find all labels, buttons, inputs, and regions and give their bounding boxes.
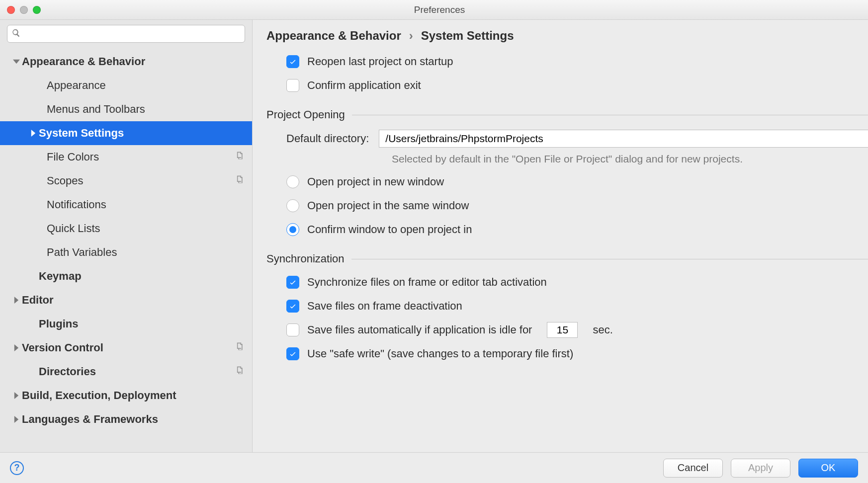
radio-label: Confirm window to open project in bbox=[307, 223, 472, 236]
checkbox-label: Synchronize files on frame or editor tab… bbox=[307, 276, 547, 289]
sidebar-item-label: Notifications bbox=[47, 198, 252, 211]
close-window-button[interactable] bbox=[7, 6, 15, 14]
checkbox-sync-on-activation[interactable]: Synchronize files on frame or editor tab… bbox=[266, 270, 868, 294]
search-icon bbox=[11, 28, 22, 39]
section-synchronization: Synchronization bbox=[266, 252, 868, 265]
sidebar-item-quick-lists[interactable]: Quick Lists bbox=[0, 217, 252, 241]
sidebar-item-system-settings[interactable]: System Settings bbox=[0, 121, 252, 145]
divider bbox=[351, 259, 868, 259]
checkbox-icon bbox=[286, 300, 299, 313]
help-button[interactable]: ? bbox=[10, 461, 24, 475]
sidebar-item-directories[interactable]: Directories bbox=[0, 360, 252, 384]
checkbox-reopen-last-project[interactable]: Reopen last project on startup bbox=[266, 50, 868, 74]
sidebar: Appearance & Behavior Appearance Menus a… bbox=[0, 20, 253, 452]
sidebar-item-editor[interactable]: Editor bbox=[0, 288, 252, 312]
scheme-icon bbox=[234, 341, 244, 354]
chevron-right-icon: › bbox=[409, 29, 413, 43]
sidebar-item-path-variables[interactable]: Path Variables bbox=[0, 241, 252, 264]
sidebar-item-label: Keymap bbox=[39, 270, 252, 283]
sidebar-item-label: Appearance & Behavior bbox=[22, 55, 252, 68]
radio-confirm-window[interactable]: Confirm window to open project in bbox=[266, 218, 868, 242]
checkbox-icon bbox=[286, 79, 299, 92]
sidebar-item-file-colors[interactable]: File Colors bbox=[0, 145, 252, 169]
window-title: Preferences bbox=[41, 4, 838, 15]
sidebar-item-menus-toolbars[interactable]: Menus and Toolbars bbox=[0, 97, 252, 121]
checkbox-label: Reopen last project on startup bbox=[307, 55, 453, 68]
sidebar-item-version-control[interactable]: Version Control bbox=[0, 336, 252, 360]
sidebar-item-label: Scopes bbox=[47, 174, 252, 187]
apply-button[interactable]: Apply bbox=[731, 459, 790, 478]
section-title: Synchronization bbox=[266, 252, 345, 265]
sidebar-item-plugins[interactable]: Plugins bbox=[0, 312, 252, 336]
section-project-opening: Project Opening bbox=[266, 108, 868, 121]
maximize-window-button[interactable] bbox=[33, 6, 41, 14]
radio-open-new-window[interactable]: Open project in new window bbox=[266, 170, 868, 194]
scheme-icon bbox=[234, 365, 244, 378]
ok-button[interactable]: OK bbox=[798, 459, 858, 478]
sidebar-item-label: Plugins bbox=[39, 318, 252, 330]
dialog-footer: ? Cancel Apply OK bbox=[0, 452, 868, 483]
sidebar-item-label: Appearance bbox=[47, 79, 252, 92]
sidebar-item-label: Menus and Toolbars bbox=[47, 103, 252, 116]
checkbox-label: Confirm application exit bbox=[307, 79, 421, 92]
sidebar-item-label: Quick Lists bbox=[47, 222, 252, 235]
chevron-down-icon bbox=[11, 58, 22, 65]
sidebar-item-notifications[interactable]: Notifications bbox=[0, 193, 252, 217]
sidebar-item-languages-frameworks[interactable]: Languages & Frameworks bbox=[0, 407, 252, 431]
checkbox-safe-write[interactable]: Use "safe write" (save changes to a temp… bbox=[266, 342, 868, 366]
radio-icon bbox=[286, 175, 299, 188]
sidebar-item-label: Build, Execution, Deployment bbox=[22, 389, 252, 402]
default-directory-hint: Selected by default in the "Open File or… bbox=[266, 153, 868, 165]
sidebar-item-appearance[interactable]: Appearance bbox=[0, 74, 252, 97]
titlebar: Preferences bbox=[0, 0, 868, 20]
section-title: Project Opening bbox=[266, 108, 345, 121]
scheme-icon bbox=[234, 174, 244, 187]
sidebar-item-appearance-behavior[interactable]: Appearance & Behavior bbox=[0, 50, 252, 74]
chevron-right-icon bbox=[11, 344, 22, 351]
radio-label: Open project in new window bbox=[307, 175, 444, 188]
breadcrumb-current: System Settings bbox=[421, 29, 514, 43]
sidebar-item-label: Editor bbox=[22, 294, 252, 307]
sidebar-item-label: Directories bbox=[39, 365, 252, 378]
checkbox-icon bbox=[286, 276, 299, 289]
idle-seconds-unit: sec. bbox=[593, 323, 612, 336]
checkbox-label: Save files on frame deactivation bbox=[307, 300, 462, 313]
sidebar-item-label: Path Variables bbox=[47, 246, 252, 259]
radio-icon bbox=[286, 199, 299, 212]
chevron-right-icon bbox=[11, 392, 22, 399]
idle-seconds-input[interactable] bbox=[547, 322, 578, 338]
traffic-lights bbox=[7, 6, 41, 14]
chevron-right-icon bbox=[28, 130, 39, 137]
radio-label: Open project in the same window bbox=[307, 199, 469, 212]
checkbox-icon bbox=[286, 55, 299, 68]
minimize-window-button[interactable] bbox=[20, 6, 28, 14]
checkbox-icon bbox=[286, 347, 299, 360]
checkbox-save-idle[interactable]: Save files automatically if application … bbox=[266, 318, 868, 342]
radio-open-same-window[interactable]: Open project in the same window bbox=[266, 194, 868, 218]
breadcrumb-parent[interactable]: Appearance & Behavior bbox=[266, 29, 401, 43]
settings-tree: Appearance & Behavior Appearance Menus a… bbox=[0, 47, 252, 452]
checkbox-save-on-deactivation[interactable]: Save files on frame deactivation bbox=[266, 294, 868, 318]
content-panel: Appearance & Behavior › System Settings … bbox=[253, 20, 868, 452]
search-field-wrap bbox=[7, 25, 245, 43]
sidebar-item-build-execution-deployment[interactable]: Build, Execution, Deployment bbox=[0, 384, 252, 407]
scheme-icon bbox=[234, 151, 244, 163]
checkbox-label: Use "safe write" (save changes to a temp… bbox=[307, 347, 573, 360]
sidebar-item-scopes[interactable]: Scopes bbox=[0, 169, 252, 193]
checkbox-label: Save files automatically if application … bbox=[307, 323, 532, 336]
sidebar-item-label: File Colors bbox=[47, 151, 252, 163]
divider bbox=[352, 115, 868, 115]
default-directory-input[interactable] bbox=[379, 130, 868, 148]
breadcrumb: Appearance & Behavior › System Settings bbox=[253, 20, 868, 50]
chevron-right-icon bbox=[11, 297, 22, 304]
checkbox-icon bbox=[286, 323, 299, 336]
search-input[interactable] bbox=[7, 25, 245, 43]
sidebar-item-label: Version Control bbox=[22, 341, 252, 354]
radio-icon bbox=[286, 223, 299, 236]
checkbox-confirm-exit[interactable]: Confirm application exit bbox=[266, 74, 868, 97]
sidebar-item-keymap[interactable]: Keymap bbox=[0, 264, 252, 288]
sidebar-item-label: System Settings bbox=[39, 127, 252, 140]
sidebar-item-label: Languages & Frameworks bbox=[22, 413, 252, 426]
cancel-button[interactable]: Cancel bbox=[663, 459, 723, 478]
chevron-right-icon bbox=[11, 416, 22, 423]
